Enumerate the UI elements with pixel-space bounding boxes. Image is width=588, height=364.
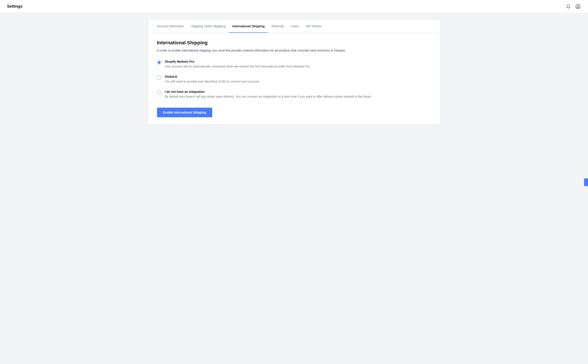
svg-point-0 — [576, 4, 580, 9]
app-header: Settings — [0, 0, 588, 13]
radio-option-no-integration[interactable]: I do not have an integration By default … — [157, 90, 431, 99]
radio-option-global-e[interactable]: Global-E You will need to provide your M… — [157, 75, 431, 84]
radio-input-no-integration[interactable] — [157, 91, 161, 95]
section-description: In order to enable international shippin… — [157, 48, 431, 53]
radio-input-global-e[interactable] — [157, 75, 161, 80]
radio-desc-global-e: You will need to provide your Merchant G… — [165, 79, 260, 84]
tab-shipping-option-mapping[interactable]: Shipping Option Mapping — [187, 20, 229, 33]
account-icon[interactable] — [575, 4, 581, 10]
radio-label-global-e: Global-E You will need to provide your M… — [165, 75, 260, 84]
app-title: Settings — [7, 4, 22, 9]
settings-tabs: Account Information Shipping Option Mapp… — [148, 20, 440, 33]
tab-account-information[interactable]: Account Information — [154, 20, 188, 33]
notification-icon[interactable] — [565, 4, 571, 10]
main-content: Account Information Shipping Option Mapp… — [141, 13, 447, 131]
radio-desc-no-integration: By default your buyers will pay duties u… — [165, 94, 372, 99]
settings-card: Account Information Shipping Option Mapp… — [148, 20, 440, 124]
tab-users[interactable]: Users — [288, 20, 303, 33]
radio-label-no-integration: I do not have an integration By default … — [165, 90, 372, 99]
radio-option-shopify-markets-pro[interactable]: Shopify Markets Pro Your account will be… — [157, 60, 431, 69]
radio-options-group: Shopify Markets Pro Your account will be… — [157, 60, 431, 99]
radio-label-shopify-markets-pro: Shopify Markets Pro Your account will be… — [165, 60, 311, 69]
radio-title-shopify-markets-pro: Shopify Markets Pro — [165, 60, 311, 63]
card-body: International Shipping In order to enabl… — [148, 33, 440, 124]
header-actions — [565, 4, 581, 10]
tab-api-tokens[interactable]: API Tokens — [302, 20, 325, 33]
svg-point-1 — [577, 6, 579, 7]
tab-referrals[interactable]: Referrals — [268, 20, 288, 33]
radio-title-no-integration: I do not have an integration — [165, 90, 372, 93]
help-center-tab[interactable]: Help Center — [584, 178, 588, 186]
section-title: International Shipping — [157, 40, 431, 46]
radio-title-global-e: Global-E — [165, 75, 260, 78]
tab-international-shipping[interactable]: International Shipping — [229, 20, 268, 33]
radio-desc-shopify-markets-pro: Your account will be automatically conne… — [165, 64, 311, 69]
radio-input-shopify-markets-pro[interactable] — [157, 60, 161, 65]
enable-international-shipping-button[interactable]: Enable International Shipping — [157, 108, 213, 117]
